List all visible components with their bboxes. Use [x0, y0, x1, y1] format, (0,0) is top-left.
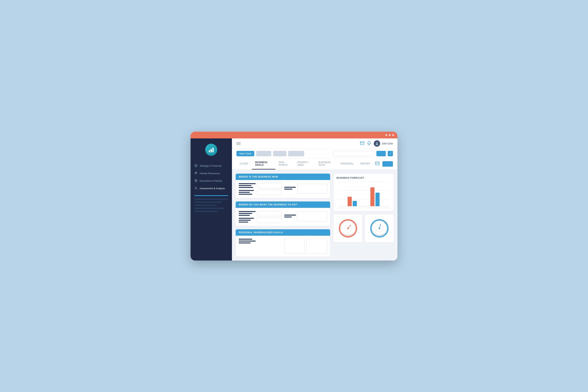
wg-label-block-1: [239, 211, 256, 216]
menu-line-2: [236, 143, 240, 144]
sidebar-item-assessment-label: Assessment & Analysis: [200, 187, 225, 190]
tab-client[interactable]: CLIENT: [236, 160, 252, 168]
wg-label-r1a: [284, 214, 296, 216]
main-content: John Doe New Client + CLIENT BUSINESS GO…: [232, 138, 398, 260]
svg-point-6: [196, 172, 197, 173]
label-block-2: [239, 190, 256, 195]
browser-dot-3: [392, 134, 394, 136]
label-line-r1a: [284, 187, 296, 188]
sidebar-item-strategy-financial[interactable]: $ Strategy & Financial: [190, 162, 232, 170]
pg-label-1b: [239, 240, 256, 242]
new-client-button[interactable]: New Client: [236, 151, 254, 156]
bar-blue-2: [376, 192, 380, 206]
tab-business-scan[interactable]: BUSINESS SCAN: [315, 158, 337, 170]
textarea-1[interactable]: [298, 184, 327, 194]
pg-input-1[interactable]: [284, 239, 305, 254]
svg-line-30: [351, 234, 352, 235]
label-line-2c: [239, 194, 252, 195]
menu-line-3: [236, 144, 240, 145]
toolbar-btn-3[interactable]: [288, 151, 304, 156]
sidebar-sub-line-2: [194, 202, 222, 203]
menu-line-1: [236, 142, 240, 142]
docs-icon: [194, 179, 198, 183]
gauge-svg-2: [369, 218, 390, 239]
mail-icon[interactable]: [360, 142, 364, 146]
pg-col-right: [284, 239, 327, 254]
wg-label-block-2: [239, 218, 256, 222]
tab-business-goals[interactable]: BUSINESS GOALS: [252, 158, 276, 170]
bar-red-2: [370, 187, 374, 206]
svg-rect-2: [212, 148, 214, 152]
label-line-2b: [239, 192, 250, 193]
user-name: John Doe: [382, 142, 393, 145]
label-line-2a: [239, 190, 254, 191]
tab-priority-area[interactable]: PRIORITY AREA: [294, 158, 315, 170]
wg-label-block-r1: [284, 214, 296, 218]
sidebar-sub-line-5: [194, 211, 218, 212]
svg-point-15: [376, 142, 378, 144]
tab-mail-icon[interactable]: [374, 160, 381, 168]
search-button[interactable]: [376, 151, 386, 156]
sidebar-sub-items: [190, 197, 232, 214]
pg-input-2[interactable]: [306, 239, 327, 254]
bar-red-1: [348, 197, 352, 206]
wg-input-1[interactable]: [257, 211, 282, 216]
wg-form-row-2: [239, 218, 282, 223]
svg-point-5: [195, 172, 196, 173]
wg-label-2c: [239, 222, 248, 222]
label-line-1a: [239, 183, 256, 184]
chart-group-2: [370, 187, 380, 206]
section-where-go-body: [236, 208, 330, 226]
tab-pain-points[interactable]: PAIN POINTS: [276, 158, 294, 170]
bell-icon[interactable]: [367, 141, 371, 146]
browser-titlebar: [190, 132, 398, 138]
wg-textarea-1[interactable]: [298, 212, 327, 222]
svg-rect-0: [209, 150, 210, 152]
section-personal-goals: PERSONAL SHAREHOLDER GOALS: [236, 229, 330, 257]
input-1[interactable]: [257, 183, 282, 188]
pg-col-left: [239, 239, 282, 254]
chart-group-1: [348, 197, 357, 206]
sidebar-sub-line-1: [194, 199, 228, 200]
sidebar-active-indicator: [194, 195, 228, 196]
forecast-title: BUSINESS FORECAST: [336, 177, 391, 179]
sidebar-item-assessment[interactable]: Assessment & Analysis: [190, 185, 232, 192]
section-where-now-body: [236, 180, 330, 198]
sidebar: $ Strategy & Financial Human: [190, 138, 232, 260]
svg-line-41: [378, 234, 378, 236]
wg-label-r1b: [284, 216, 292, 218]
icon-action-button[interactable]: +: [388, 151, 393, 156]
tab-proposal[interactable]: PROPOSAL: [337, 160, 357, 168]
form-row-1: [239, 183, 282, 188]
wg-form-row-1: [239, 211, 282, 216]
section-where-now: WHERE IS THE BUSINESS NOW: [236, 174, 330, 198]
wg-form-row-right-1: [284, 211, 327, 222]
forecast-card: BUSINESS FORECAST: [334, 174, 394, 211]
svg-line-45: [383, 234, 383, 235]
wg-label-2b: [239, 220, 250, 221]
tab-action-button[interactable]: [382, 161, 393, 167]
where-go-col-left: [239, 211, 282, 223]
search-input[interactable]: [333, 151, 374, 156]
user-profile-button[interactable]: John Doe: [374, 140, 393, 147]
section-personal-goals-header: PERSONAL SHAREHOLDER GOALS: [236, 229, 330, 236]
toolbar-btn-2[interactable]: [273, 151, 286, 156]
label-line-1b: [239, 185, 252, 186]
tab-report[interactable]: REPORT: [357, 160, 374, 168]
sidebar-item-human-resources[interactable]: Human Resources: [190, 170, 232, 177]
browser-dot-1: [386, 134, 387, 136]
label-block-r1: [284, 187, 296, 190]
bar-blue-1: [353, 201, 357, 206]
browser-dot-2: [389, 134, 391, 136]
svg-line-26: [347, 234, 347, 236]
svg-line-12: [196, 188, 197, 189]
sidebar-nav: $ Strategy & Financial Human: [190, 160, 232, 194]
input-2[interactable]: [257, 190, 282, 195]
wg-input-2[interactable]: [257, 218, 282, 223]
sidebar-item-documents[interactable]: Document & Policies: [190, 177, 232, 185]
logo-icon: [208, 146, 214, 153]
hamburger-menu-button[interactable]: [236, 142, 240, 145]
toolbar-btn-1[interactable]: [256, 151, 271, 156]
wg-label-1b: [239, 213, 252, 214]
wg-label-2a: [239, 218, 254, 219]
